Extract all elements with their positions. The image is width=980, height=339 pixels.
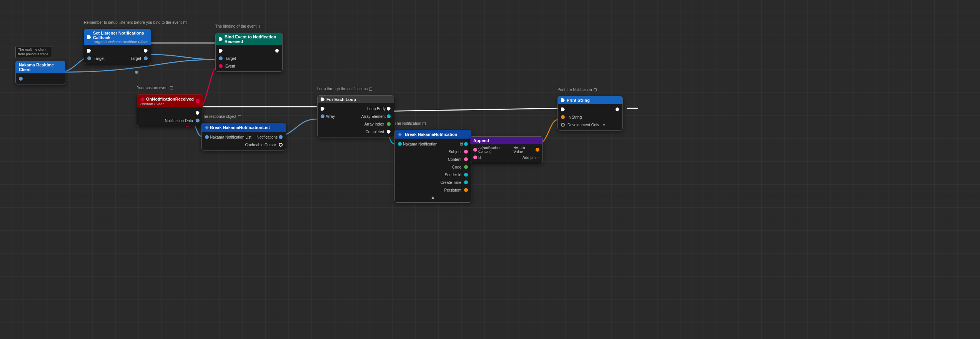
- for-each-loop-array-in-pin[interactable]: [321, 114, 324, 118]
- bind-event-body: Target Event: [216, 45, 282, 71]
- break-notification-node: ◈ Break NakamaNotification Nakama Notifi…: [394, 130, 471, 203]
- for-each-loop-body-pin[interactable]: [387, 107, 391, 111]
- append-title: Append: [473, 138, 489, 143]
- bind-event-comment: The binding of the event: [215, 24, 262, 28]
- break-notification-persistent-row: Persistent: [398, 187, 468, 193]
- break-notification-list-notifications-label: Notifications: [257, 135, 278, 139]
- print-string-header: Print String: [558, 96, 622, 104]
- break-notification-list-comment: The response object: [201, 114, 241, 119]
- break-notification-content-pin[interactable]: [464, 157, 468, 161]
- bind-event-exec-in[interactable]: [219, 49, 223, 53]
- break-notification-expand[interactable]: ▲: [398, 195, 468, 200]
- for-each-loop-header-icon: [321, 98, 324, 101]
- on-notification-received-header-text: ◈ OnNotificationReceived Custom Event: [140, 96, 194, 106]
- break-notification-in: Nakama Notification: [398, 142, 437, 146]
- for-each-loop-completed-label: Completed: [366, 130, 384, 134]
- realtime-client-node-box: Nakama Realtime Client: [15, 61, 65, 84]
- break-notification-in-pin[interactable]: [398, 142, 402, 146]
- set-listener-target-out[interactable]: [144, 56, 148, 60]
- set-listener-comment: Remember to setup listeners before you b…: [84, 20, 186, 25]
- for-each-loop-index-row: Array Index: [321, 121, 391, 127]
- bind-event-event-in[interactable]: [219, 64, 223, 68]
- for-each-loop-loop-body: Loop Body: [367, 107, 391, 111]
- print-string-exec-out[interactable]: [616, 107, 619, 111]
- append-return-pin[interactable]: [536, 148, 539, 152]
- break-notification-list-in[interactable]: [205, 135, 209, 139]
- set-listener-body: Target Target: [84, 45, 151, 64]
- append-b-row: B Add pin +: [473, 154, 539, 160]
- for-each-loop-body: Loop Body Array Array Element Array Inde…: [318, 103, 394, 137]
- bind-event-node: Bind Event to Notification Received Targ…: [215, 33, 283, 72]
- append-node: Append A (Notification Content) Return V…: [470, 136, 543, 163]
- on-notification-received-exec-out[interactable]: [196, 111, 200, 115]
- break-notification-code-pin[interactable]: [464, 165, 468, 169]
- on-notification-received-exec-row: [140, 110, 200, 116]
- append-a-pin[interactable]: [473, 148, 477, 152]
- for-each-loop-exec-in[interactable]: [321, 107, 324, 111]
- break-notification-list-icon: ◈: [205, 125, 208, 130]
- on-notification-received-icon: ◈: [140, 96, 145, 102]
- on-notification-received-node: ◈ OnNotificationReceived Custom Event No…: [137, 94, 203, 126]
- break-notification-list-header: ◈ Break NakamaNotificationList: [202, 123, 286, 132]
- break-notification-nakama-row: Nakama Notification Id: [398, 141, 468, 147]
- break-notification-createtime-pin[interactable]: [464, 180, 468, 184]
- break-notification-list-header-content: ◈ Break NakamaNotificationList: [205, 125, 270, 130]
- set-listener-exec-out[interactable]: [144, 49, 148, 53]
- on-notification-received-comment-text: Your custom event: [137, 86, 168, 90]
- set-listener-exec-in[interactable]: [87, 49, 91, 53]
- print-string-devonly-pin[interactable]: [561, 123, 565, 127]
- for-each-loop-index-pin[interactable]: [387, 122, 391, 126]
- append-b-pin[interactable]: [473, 155, 477, 159]
- break-notification-senderid-pin[interactable]: [464, 173, 468, 177]
- bind-event-event-label: Event: [225, 64, 235, 68]
- break-notification-list-row1: Nakama Notification List Notifications: [205, 134, 283, 140]
- set-listener-subtitle: Target is Nakama Realtime Client: [93, 40, 148, 44]
- print-string-header-icon: [561, 98, 565, 102]
- append-a-label: A (Notification Content): [478, 146, 512, 154]
- break-notification-createtime-label: Create Time: [441, 180, 461, 185]
- for-each-loop-index-label: Array Index: [364, 122, 384, 126]
- set-listener-target-row: Target Target: [87, 55, 148, 61]
- break-notification-list-notifications-pin[interactable]: [279, 135, 283, 139]
- for-each-loop-comment-text: Loop through the notifications: [317, 87, 368, 91]
- print-string-exec-row: [561, 106, 619, 112]
- set-listener-target-label: Target: [94, 56, 105, 61]
- for-each-loop-completed-pin[interactable]: [387, 130, 391, 134]
- append-return: Return Value: [514, 146, 539, 154]
- break-notification-list-cursor-pin[interactable]: [279, 143, 283, 147]
- for-each-loop-array-row: Array Array Element: [321, 113, 391, 119]
- append-plus-icon[interactable]: +: [537, 155, 539, 160]
- bind-event-exec-out[interactable]: [275, 49, 279, 53]
- append-a-in: A (Notification Content): [473, 146, 512, 154]
- break-notification-persistent-pin[interactable]: [464, 188, 468, 192]
- for-each-loop-body-label: Loop Body: [367, 107, 386, 111]
- print-string-devonly-row: Development Only ▼: [561, 122, 619, 128]
- break-notification-id-pin[interactable]: [464, 142, 468, 146]
- break-notification-content-label: Content: [448, 157, 461, 162]
- realtime-client-label: Nakama Realtime Client: [19, 63, 62, 72]
- print-string-comment-pin: [594, 88, 597, 91]
- on-notification-received-data-row: Notification Data: [140, 117, 200, 124]
- set-listener-node: Set Listener Notifications Callback Targ…: [84, 29, 151, 64]
- print-string-exec-in[interactable]: [561, 107, 565, 111]
- set-listener-header-icon: [87, 35, 91, 39]
- on-notification-received-data-pin[interactable]: [196, 119, 200, 122]
- append-body: A (Notification Content) Return Value B …: [470, 144, 542, 163]
- realtime-client-out-pin[interactable]: [19, 77, 23, 81]
- set-listener-target-in[interactable]: [87, 56, 91, 60]
- break-notification-comment: The Notification: [394, 121, 426, 126]
- break-notification-content-row: Content: [398, 156, 468, 162]
- append-b-label: B: [478, 155, 481, 160]
- realtime-client-comment: The realtime client from previous steps: [15, 46, 51, 58]
- set-listener-comment-text: Remember to setup listeners before you b…: [84, 20, 182, 25]
- print-string-instring-label: In String: [567, 115, 582, 119]
- break-notification-list-title: Break NakamaNotificationList: [210, 125, 270, 130]
- on-notification-received-data-label: Notification Data: [165, 119, 193, 123]
- on-notification-received-comment-pin: [170, 86, 173, 89]
- for-each-loop-array-label: Array: [326, 114, 335, 119]
- bind-event-target-in[interactable]: [219, 56, 223, 60]
- break-notification-subject-pin[interactable]: [464, 150, 468, 154]
- for-each-loop-array-element-pin[interactable]: [387, 114, 391, 118]
- print-string-instring-pin[interactable]: [561, 115, 565, 119]
- append-add-pin[interactable]: Add pin +: [522, 155, 539, 160]
